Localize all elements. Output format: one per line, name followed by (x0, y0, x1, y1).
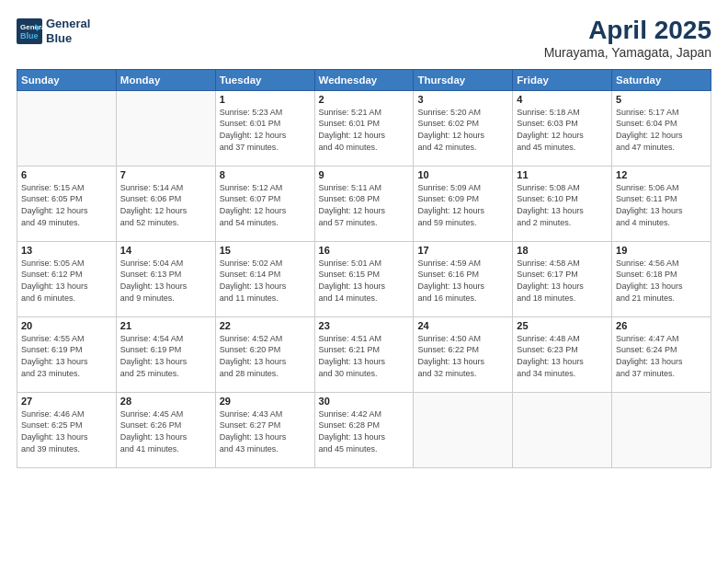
day-number: 14 (120, 245, 211, 256)
main-title: April 2025 (544, 17, 711, 45)
day-info: Sunrise: 5:09 AM Sunset: 6:09 PM Dayligh… (417, 182, 508, 228)
calendar-cell: 2Sunrise: 5:21 AM Sunset: 6:01 PM Daylig… (314, 90, 414, 166)
day-info: Sunrise: 4:46 AM Sunset: 6:25 PM Dayligh… (21, 408, 112, 454)
calendar-cell: 20Sunrise: 4:55 AM Sunset: 6:19 PM Dayli… (17, 316, 117, 392)
day-number: 5 (616, 94, 707, 105)
calendar-cell: 16Sunrise: 5:01 AM Sunset: 6:15 PM Dayli… (314, 241, 414, 316)
day-info: Sunrise: 4:51 AM Sunset: 6:21 PM Dayligh… (319, 333, 410, 379)
day-info: Sunrise: 4:56 AM Sunset: 6:18 PM Dayligh… (616, 258, 707, 304)
day-number: 1 (220, 94, 311, 105)
weekday-header: Saturday (612, 69, 711, 90)
logo-line1: General (46, 17, 90, 31)
calendar-cell: 3Sunrise: 5:20 AM Sunset: 6:02 PM Daylig… (414, 90, 513, 166)
day-number: 13 (21, 245, 112, 256)
day-info: Sunrise: 4:43 AM Sunset: 6:27 PM Dayligh… (220, 408, 311, 454)
calendar-week-row: 20Sunrise: 4:55 AM Sunset: 6:19 PM Dayli… (17, 316, 711, 392)
day-info: Sunrise: 5:18 AM Sunset: 6:03 PM Dayligh… (517, 107, 608, 153)
day-info: Sunrise: 5:11 AM Sunset: 6:08 PM Dayligh… (319, 182, 410, 228)
calendar-cell: 13Sunrise: 5:05 AM Sunset: 6:12 PM Dayli… (17, 241, 117, 316)
day-info: Sunrise: 5:15 AM Sunset: 6:05 PM Dayligh… (21, 182, 112, 228)
day-info: Sunrise: 4:48 AM Sunset: 6:23 PM Dayligh… (517, 333, 608, 379)
calendar-cell: 27Sunrise: 4:46 AM Sunset: 6:25 PM Dayli… (17, 392, 117, 467)
calendar-cell: 5Sunrise: 5:17 AM Sunset: 6:04 PM Daylig… (612, 90, 711, 166)
calendar-cell: 15Sunrise: 5:02 AM Sunset: 6:14 PM Dayli… (215, 241, 314, 316)
day-number: 10 (417, 169, 508, 180)
page: General Blue General Blue April 2025 Mur… (0, 0, 728, 563)
day-number: 25 (517, 320, 608, 331)
calendar-cell: 19Sunrise: 4:56 AM Sunset: 6:18 PM Dayli… (612, 241, 711, 316)
calendar-cell (116, 90, 215, 166)
day-number: 17 (417, 245, 508, 256)
day-number: 24 (417, 320, 508, 331)
calendar-cell: 10Sunrise: 5:09 AM Sunset: 6:09 PM Dayli… (414, 166, 513, 241)
day-info: Sunrise: 5:02 AM Sunset: 6:14 PM Dayligh… (220, 258, 311, 304)
day-info: Sunrise: 5:12 AM Sunset: 6:07 PM Dayligh… (220, 182, 311, 228)
day-number: 30 (319, 396, 410, 407)
day-info: Sunrise: 5:21 AM Sunset: 6:01 PM Dayligh… (319, 107, 410, 153)
day-number: 6 (21, 169, 112, 180)
day-info: Sunrise: 5:17 AM Sunset: 6:04 PM Dayligh… (616, 107, 707, 153)
calendar-week-row: 13Sunrise: 5:05 AM Sunset: 6:12 PM Dayli… (17, 241, 711, 316)
day-info: Sunrise: 5:04 AM Sunset: 6:13 PM Dayligh… (120, 258, 211, 304)
day-number: 12 (616, 169, 707, 180)
calendar-cell: 7Sunrise: 5:14 AM Sunset: 6:06 PM Daylig… (116, 166, 215, 241)
calendar-cell: 24Sunrise: 4:50 AM Sunset: 6:22 PM Dayli… (414, 316, 513, 392)
calendar-cell: 1Sunrise: 5:23 AM Sunset: 6:01 PM Daylig… (215, 90, 314, 166)
day-info: Sunrise: 4:54 AM Sunset: 6:19 PM Dayligh… (120, 333, 211, 379)
day-number: 11 (517, 169, 608, 180)
day-info: Sunrise: 4:59 AM Sunset: 6:16 PM Dayligh… (417, 258, 508, 304)
calendar-cell: 29Sunrise: 4:43 AM Sunset: 6:27 PM Dayli… (215, 392, 314, 467)
logo-line2: Blue (46, 31, 90, 46)
weekday-header: Sunday (17, 69, 117, 90)
calendar-cell: 17Sunrise: 4:59 AM Sunset: 6:16 PM Dayli… (414, 241, 513, 316)
calendar-cell: 6Sunrise: 5:15 AM Sunset: 6:05 PM Daylig… (17, 166, 117, 241)
logo: General Blue General Blue (17, 17, 90, 45)
day-number: 26 (616, 320, 707, 331)
title-block: April 2025 Murayama, Yamagata, Japan (544, 17, 711, 60)
calendar-cell: 14Sunrise: 5:04 AM Sunset: 6:13 PM Dayli… (116, 241, 215, 316)
calendar-cell (513, 392, 612, 467)
calendar-week-row: 27Sunrise: 4:46 AM Sunset: 6:25 PM Dayli… (17, 392, 711, 467)
day-number: 16 (319, 245, 410, 256)
calendar-header-row: SundayMondayTuesdayWednesdayThursdayFrid… (17, 69, 711, 90)
day-number: 28 (120, 396, 211, 407)
calendar-cell (17, 90, 117, 166)
svg-text:Blue: Blue (20, 31, 39, 40)
day-info: Sunrise: 5:23 AM Sunset: 6:01 PM Dayligh… (220, 107, 311, 153)
weekday-header: Friday (513, 69, 612, 90)
calendar-week-row: 1Sunrise: 5:23 AM Sunset: 6:01 PM Daylig… (17, 90, 711, 166)
calendar-cell: 22Sunrise: 4:52 AM Sunset: 6:20 PM Dayli… (215, 316, 314, 392)
subtitle: Murayama, Yamagata, Japan (544, 45, 711, 60)
day-number: 27 (21, 396, 112, 407)
header: General Blue General Blue April 2025 Mur… (17, 17, 711, 60)
calendar-cell: 23Sunrise: 4:51 AM Sunset: 6:21 PM Dayli… (314, 316, 414, 392)
calendar-cell: 11Sunrise: 5:08 AM Sunset: 6:10 PM Dayli… (513, 166, 612, 241)
weekday-header: Thursday (414, 69, 513, 90)
calendar-cell: 25Sunrise: 4:48 AM Sunset: 6:23 PM Dayli… (513, 316, 612, 392)
day-number: 22 (220, 320, 311, 331)
calendar-cell: 30Sunrise: 4:42 AM Sunset: 6:28 PM Dayli… (314, 392, 414, 467)
calendar-cell (612, 392, 711, 467)
day-number: 29 (220, 396, 311, 407)
calendar-cell: 4Sunrise: 5:18 AM Sunset: 6:03 PM Daylig… (513, 90, 612, 166)
day-number: 4 (517, 94, 608, 105)
day-number: 2 (319, 94, 410, 105)
day-number: 15 (220, 245, 311, 256)
day-number: 18 (517, 245, 608, 256)
day-number: 8 (220, 169, 311, 180)
day-info: Sunrise: 4:45 AM Sunset: 6:26 PM Dayligh… (120, 408, 211, 454)
day-number: 9 (319, 169, 410, 180)
day-number: 19 (616, 245, 707, 256)
day-number: 21 (120, 320, 211, 331)
day-info: Sunrise: 5:01 AM Sunset: 6:15 PM Dayligh… (319, 258, 410, 304)
day-info: Sunrise: 4:50 AM Sunset: 6:22 PM Dayligh… (417, 333, 508, 379)
weekday-header: Monday (116, 69, 215, 90)
day-info: Sunrise: 4:55 AM Sunset: 6:19 PM Dayligh… (21, 333, 112, 379)
calendar-week-row: 6Sunrise: 5:15 AM Sunset: 6:05 PM Daylig… (17, 166, 711, 241)
logo-text: General Blue (46, 17, 90, 45)
calendar-cell (414, 392, 513, 467)
day-info: Sunrise: 4:58 AM Sunset: 6:17 PM Dayligh… (517, 258, 608, 304)
day-info: Sunrise: 5:05 AM Sunset: 6:12 PM Dayligh… (21, 258, 112, 304)
day-info: Sunrise: 5:14 AM Sunset: 6:06 PM Dayligh… (120, 182, 211, 228)
day-info: Sunrise: 4:47 AM Sunset: 6:24 PM Dayligh… (616, 333, 707, 379)
